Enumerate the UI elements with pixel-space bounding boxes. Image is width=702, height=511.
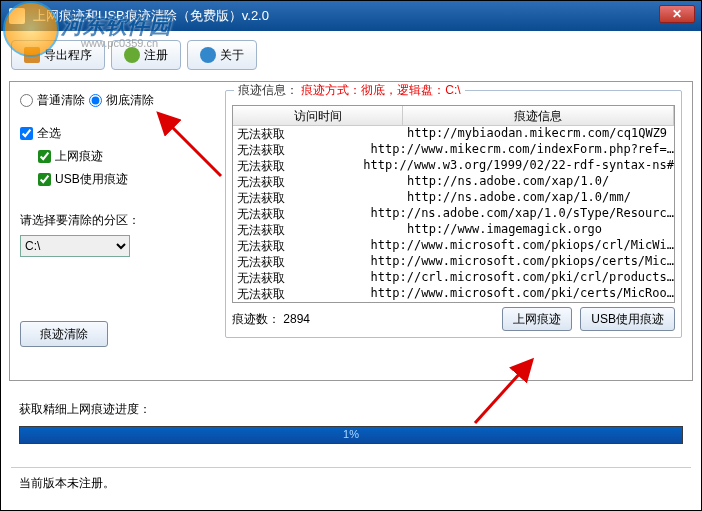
table-row[interactable]: 无法获取http://ns.adobe.com/xap/1.0/mm/ <box>233 190 674 206</box>
progress-bar: 1% <box>19 426 683 444</box>
main-panel: 普通清除 彻底清除 全选 上网痕迹 USB使用痕迹 <box>9 81 693 381</box>
cell-time: 无法获取 <box>233 174 403 190</box>
cell-url: http://ns.adobe.com/xap/1.0/sType/Resour… <box>367 206 674 222</box>
trace-table-header: 访问时间 痕迹信息 <box>233 106 674 126</box>
mode-deep-label: 彻底清除 <box>106 92 154 109</box>
trace-legend: 痕迹信息： 痕迹方式：彻底，逻辑盘：C:\ <box>234 82 465 99</box>
cell-url: http://www.microsoft.com/pkiops/crl/MicW… <box>367 238 674 254</box>
mode-normal-radio[interactable]: 普通清除 <box>20 92 85 109</box>
table-row[interactable]: 无法获取http://ns.adobe.com/xap/1.0/sType/Re… <box>233 206 674 222</box>
trace-legend-prefix: 痕迹信息： <box>238 83 298 97</box>
table-row[interactable]: 无法获取http://mybiaodan.mikecrm.com/cq1QWZ9 <box>233 126 674 142</box>
about-label: 关于 <box>220 47 244 64</box>
drive-label: 请选择要清除的分区： <box>20 212 210 229</box>
about-icon <box>200 47 216 63</box>
trace-legend-mode: 痕迹方式：彻底，逻辑盘：C:\ <box>301 83 460 97</box>
trace-type-list: 上网痕迹 USB使用痕迹 <box>38 148 210 188</box>
table-row[interactable]: 无法获取http://www.microsoft.com/pki/certs/M… <box>233 286 674 302</box>
mode-deep-radio[interactable]: 彻底清除 <box>89 92 154 109</box>
app-icon <box>9 8 25 24</box>
cell-time: 无法获取 <box>233 270 367 286</box>
cell-time: 无法获取 <box>233 254 367 270</box>
table-row[interactable]: 无法获取http://www.microsoft.com/pkiops/cert… <box>233 254 674 270</box>
trace-table-body[interactable]: 无法获取http://mybiaodan.mikecrm.com/cq1QWZ9… <box>233 126 674 302</box>
mode-normal-input[interactable] <box>20 94 33 107</box>
select-all-label: 全选 <box>37 125 61 142</box>
table-row[interactable]: 无法获取http://www.w3.org/1999/02/22-rdf-syn… <box>233 158 674 174</box>
trace-count-value: 2894 <box>283 312 310 326</box>
cell-url: http://www.imagemagick.orgo <box>403 222 674 238</box>
clear-traces-button[interactable]: 痕迹清除 <box>20 321 108 347</box>
web-trace-button[interactable]: 上网痕迹 <box>502 307 572 331</box>
progress-percent: 1% <box>343 428 359 440</box>
status-text: 当前版本未注册。 <box>19 475 115 492</box>
table-row[interactable]: 无法获取http://www.imagemagick.orgo <box>233 222 674 238</box>
usb-trace-label: USB使用痕迹 <box>55 171 128 188</box>
col-info-header[interactable]: 痕迹信息 <box>403 106 674 125</box>
about-button[interactable]: 关于 <box>187 40 257 70</box>
toolbar: 导出程序 注册 关于 <box>1 31 701 79</box>
cell-time: 无法获取 <box>233 222 403 238</box>
mode-deep-input[interactable] <box>89 94 102 107</box>
select-all-checkbox[interactable]: 全选 <box>20 125 210 142</box>
drive-select[interactable]: C:\ <box>20 235 130 257</box>
cell-url: http://crl.microsoft.com/pki/crl/product… <box>367 270 674 286</box>
separator <box>11 467 691 468</box>
close-button[interactable]: ✕ <box>659 5 695 23</box>
cell-time: 无法获取 <box>233 238 367 254</box>
web-trace-label: 上网痕迹 <box>55 148 103 165</box>
exit-button[interactable]: 导出程序 <box>11 40 105 70</box>
usb-trace-checkbox[interactable]: USB使用痕迹 <box>38 171 210 188</box>
cell-url: http://www.w3.org/1999/02/22-rdf-syntax-… <box>359 158 674 174</box>
col-time-header[interactable]: 访问时间 <box>233 106 403 125</box>
register-icon <box>124 47 140 63</box>
progress-area: 获取精细上网痕迹进度： 1% <box>19 401 683 444</box>
trace-groupbox: 痕迹信息： 痕迹方式：彻底，逻辑盘：C:\ 访问时间 痕迹信息 无法获取http… <box>225 90 682 338</box>
app-window: 河东软件园 www.pc0359.cn 上网痕迹和USB痕迹清除（免费版）v.2… <box>0 0 702 511</box>
trace-table: 访问时间 痕迹信息 无法获取http://mybiaodan.mikecrm.c… <box>232 105 675 303</box>
exit-icon <box>24 47 40 63</box>
cell-url: http://www.microsoft.com/pkiops/certs/Mi… <box>367 254 674 270</box>
web-trace-checkbox[interactable]: 上网痕迹 <box>38 148 210 165</box>
table-row[interactable]: 无法获取http://www.microsoft.com/pkiops/crl/… <box>233 238 674 254</box>
cell-time: 无法获取 <box>233 158 359 174</box>
mode-normal-label: 普通清除 <box>37 92 85 109</box>
cell-time: 无法获取 <box>233 286 367 302</box>
trace-panel: 痕迹信息： 痕迹方式：彻底，逻辑盘：C:\ 访问时间 痕迹信息 无法获取http… <box>225 90 682 370</box>
trace-count-label: 痕迹数： <box>232 312 280 326</box>
select-all-input[interactable] <box>20 127 33 140</box>
trace-count: 痕迹数： 2894 <box>232 311 310 328</box>
usb-trace-input[interactable] <box>38 173 51 186</box>
cell-time: 无法获取 <box>233 126 403 142</box>
exit-label: 导出程序 <box>44 47 92 64</box>
title-bar: 上网痕迹和USB痕迹清除（免费版）v.2.0 ✕ <box>1 1 701 31</box>
register-button[interactable]: 注册 <box>111 40 181 70</box>
cell-time: 无法获取 <box>233 142 367 158</box>
table-row[interactable]: 无法获取http://crl.microsoft.com/pki/crl/pro… <box>233 270 674 286</box>
cell-time: 无法获取 <box>233 206 367 222</box>
trace-footer: 痕迹数： 2894 上网痕迹 USB使用痕迹 <box>232 307 675 331</box>
cell-time: 无法获取 <box>233 190 403 206</box>
register-label: 注册 <box>144 47 168 64</box>
progress-label: 获取精细上网痕迹进度： <box>19 401 683 418</box>
web-trace-input[interactable] <box>38 150 51 163</box>
mode-row: 普通清除 彻底清除 <box>20 92 210 109</box>
options-panel: 普通清除 彻底清除 全选 上网痕迹 USB使用痕迹 <box>20 92 210 347</box>
cell-url: http://www.microsoft.com/pki/certs/MicRo… <box>367 286 674 302</box>
table-row[interactable]: 无法获取http://www.mikecrm.com/indexForm.php… <box>233 142 674 158</box>
cell-url: http://mybiaodan.mikecrm.com/cq1QWZ9 <box>403 126 674 142</box>
close-icon: ✕ <box>672 7 682 21</box>
usb-trace-button[interactable]: USB使用痕迹 <box>580 307 675 331</box>
window-title: 上网痕迹和USB痕迹清除（免费版）v.2.0 <box>33 7 269 25</box>
table-row[interactable]: 无法获取http://ns.adobe.com/xap/1.0/ <box>233 174 674 190</box>
cell-url: http://ns.adobe.com/xap/1.0/mm/ <box>403 190 674 206</box>
cell-url: http://ns.adobe.com/xap/1.0/ <box>403 174 674 190</box>
cell-url: http://www.mikecrm.com/indexForm.php?ref… <box>367 142 674 158</box>
